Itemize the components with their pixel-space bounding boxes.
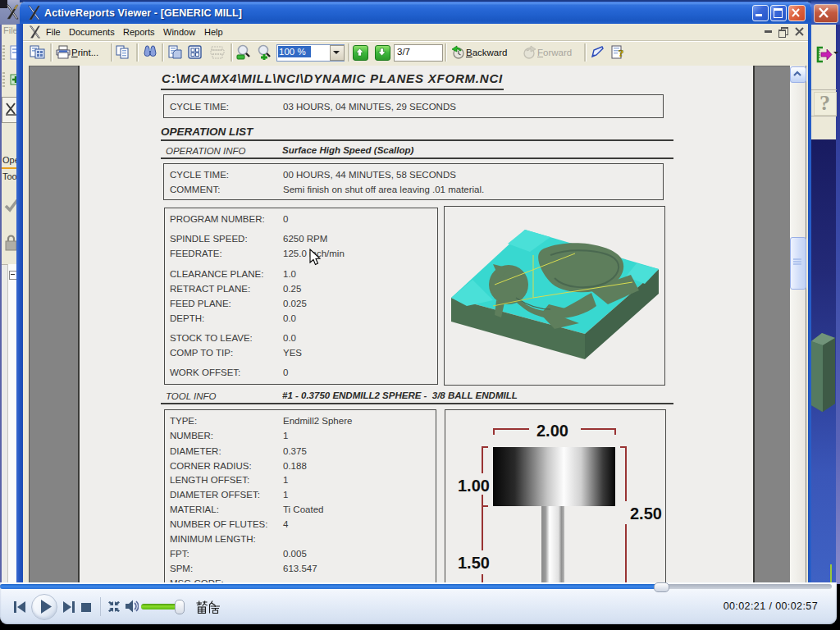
svg-text:2.50: 2.50 (630, 504, 662, 523)
svg-text:2.00: 2.00 (536, 422, 568, 440)
svg-text:1.00: 1.00 (458, 477, 490, 495)
svg-text:?: ? (619, 47, 624, 59)
svg-text:1.50: 1.50 (458, 554, 490, 572)
